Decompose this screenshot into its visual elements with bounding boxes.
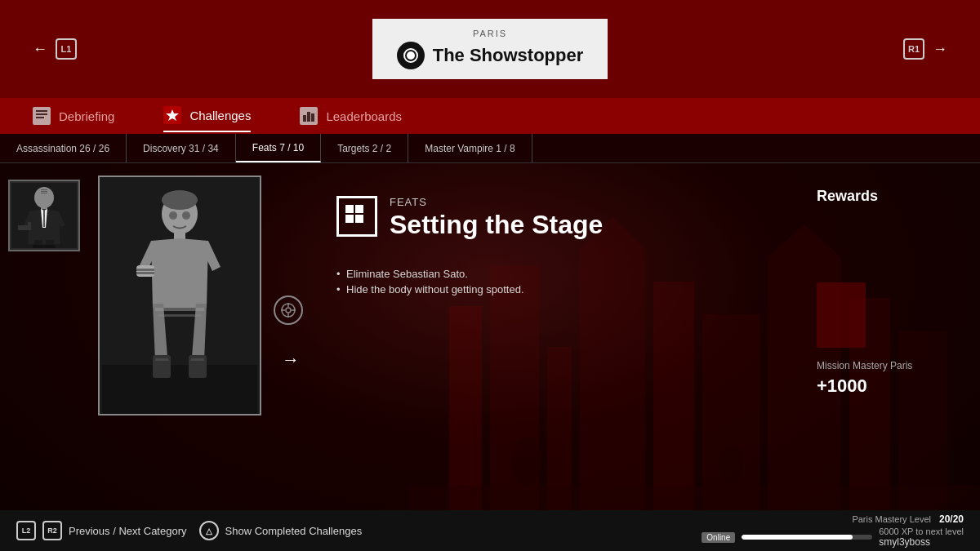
tab-debriefing-label: Debriefing — [59, 109, 114, 123]
challenge-info: Feats Setting the Stage Eliminate Sebast… — [312, 171, 800, 502]
tab-challenges[interactable]: Challenges — [163, 100, 251, 132]
challenge-name: Setting the Stage — [390, 211, 776, 238]
mastery-level: 20/20 — [939, 513, 964, 525]
l2-badge: L2 — [16, 521, 36, 540]
filter-targets-label: Targets 2 / 2 — [337, 143, 391, 154]
mastery-top-row: Paris Mastery Level 20/20 — [852, 513, 964, 525]
main-content: → Feats Setting the Stage Eliminate Seba… — [0, 163, 980, 510]
objective-1: Eliminate Sebastian Sato. — [336, 266, 776, 282]
svg-rect-18 — [303, 115, 306, 122]
svg-rect-31 — [41, 189, 47, 190]
mastery-progress-fill — [742, 535, 853, 540]
svg-rect-40 — [136, 269, 154, 271]
reward-item: Mission Mastery Paris +1000 — [817, 282, 964, 397]
top-navigation: ← L1 Paris The Showstopper R1 → — [0, 0, 980, 98]
filter-master-vampire-label: Master Vampire 1 / 8 — [425, 143, 514, 154]
nav-right-group: R1 → — [887, 38, 964, 60]
filter-discovery[interactable]: Discovery 31 / 34 — [127, 134, 236, 162]
show-completed-label: Show Completed Challenges — [225, 525, 363, 537]
mission-title-row: The Showstopper — [397, 42, 584, 69]
tab-debriefing[interactable]: Debriefing — [33, 100, 114, 131]
svg-rect-17 — [36, 117, 44, 118]
challenge-category: Feats — [390, 196, 776, 208]
mastery-progress-row: Online 6000 XP to next level smyl3yboss — [702, 527, 964, 548]
svg-rect-44 — [155, 358, 168, 361]
challenges-icon — [163, 106, 181, 124]
prev-next-label: Previous / Next Category — [69, 525, 187, 537]
target-nav-button[interactable] — [274, 295, 303, 325]
svg-rect-41 — [136, 272, 154, 274]
mission-location: Paris — [473, 29, 507, 38]
svg-rect-59 — [355, 215, 363, 223]
mission-title: The Showstopper — [433, 45, 584, 66]
r2-badge: R2 — [42, 521, 62, 540]
svg-rect-19 — [307, 112, 310, 122]
r1-badge[interactable]: R1 — [903, 38, 924, 60]
svg-rect-20 — [311, 113, 314, 122]
mastery-section: Paris Mastery Level 20/20 Online 6000 XP… — [702, 513, 964, 548]
filter-master-vampire[interactable]: Master Vampire 1 / 8 — [408, 134, 532, 162]
svg-rect-47 — [158, 314, 202, 317]
rewards-title: Rewards — [817, 188, 964, 205]
active-mission-tab[interactable]: Paris The Showstopper — [372, 19, 608, 79]
svg-point-51 — [286, 308, 291, 313]
bottom-bar: L2 R2 Previous / Next Category △ Show Co… — [0, 510, 980, 551]
reward-visual — [817, 282, 866, 348]
svg-rect-32 — [41, 191, 47, 192]
svg-rect-57 — [355, 205, 363, 213]
right-nav-arrow-icon: → — [933, 41, 947, 58]
filter-assassination[interactable]: Assassination 26 / 26 — [16, 134, 127, 162]
character-list — [0, 171, 90, 502]
svg-rect-33 — [41, 193, 47, 193]
svg-rect-24 — [43, 211, 45, 227]
left-arrow-icon: ← — [33, 41, 47, 58]
target-dot — [407, 51, 415, 60]
svg-rect-30 — [44, 245, 56, 248]
prev-next-category-button[interactable]: L2 R2 Previous / Next Category — [16, 521, 187, 540]
filter-feats-label: Feats 7 / 10 — [252, 142, 304, 153]
svg-rect-26 — [28, 222, 31, 230]
svg-rect-56 — [345, 205, 354, 213]
show-completed-button[interactable]: △ Show Completed Challenges — [199, 521, 363, 540]
mastery-label: Paris Mastery Level — [852, 514, 931, 524]
svg-rect-29 — [33, 245, 44, 248]
debriefing-icon — [33, 107, 51, 125]
l1-badge[interactable]: L1 — [56, 38, 77, 60]
svg-rect-16 — [36, 113, 47, 115]
side-navigation: → — [270, 171, 312, 502]
tab-leaderboards[interactable]: Leaderboards — [300, 100, 402, 131]
filter-feats[interactable]: Feats 7 / 10 — [236, 134, 321, 162]
char-thumb-agent[interactable] — [8, 180, 80, 251]
svg-point-48 — [169, 211, 177, 220]
challenge-card — [98, 176, 261, 415]
mastery-right-info: 6000 XP to next level smyl3yboss — [879, 527, 964, 548]
right-arrow-icon[interactable]: → — [274, 341, 308, 379]
filter-bar: Assassination 26 / 26 Discovery 31 / 34 … — [0, 134, 980, 163]
online-badge: Online — [702, 532, 735, 543]
svg-rect-15 — [36, 110, 47, 112]
triangle-badge: △ — [199, 521, 219, 540]
challenge-text: Feats Setting the Stage — [390, 196, 776, 238]
rewards-panel: Rewards Mission Mastery Paris +1000 — [800, 171, 980, 502]
reward-xp: +1000 — [817, 375, 964, 397]
challenge-category-icon — [336, 196, 377, 237]
leaderboards-icon — [300, 107, 318, 125]
svg-rect-58 — [345, 215, 354, 223]
svg-rect-45 — [191, 358, 204, 361]
filter-discovery-label: Discovery 31 / 34 — [143, 143, 219, 154]
xp-to-level: 6000 XP to next level — [879, 527, 964, 536]
challenge-header: Feats Setting the Stage — [336, 196, 776, 238]
svg-rect-46 — [155, 308, 204, 311]
mission-icon — [397, 42, 425, 69]
challenge-objectives: Eliminate Sebastian Sato. Hide the body … — [336, 266, 776, 297]
svg-point-37 — [162, 190, 198, 210]
svg-point-49 — [182, 211, 190, 220]
tab-leaderboards-label: Leaderboards — [326, 109, 402, 123]
filter-targets[interactable]: Targets 2 / 2 — [321, 134, 408, 162]
svg-rect-35 — [102, 365, 257, 414]
reward-source: Mission Mastery Paris — [817, 360, 964, 371]
bottom-left-buttons: L2 R2 Previous / Next Category △ Show Co… — [16, 521, 362, 540]
filter-assassination-label: Assassination 26 / 26 — [16, 143, 109, 154]
secondary-navigation: Debriefing Challenges Leaderboards — [0, 98, 980, 134]
username: smyl3yboss — [879, 536, 930, 548]
